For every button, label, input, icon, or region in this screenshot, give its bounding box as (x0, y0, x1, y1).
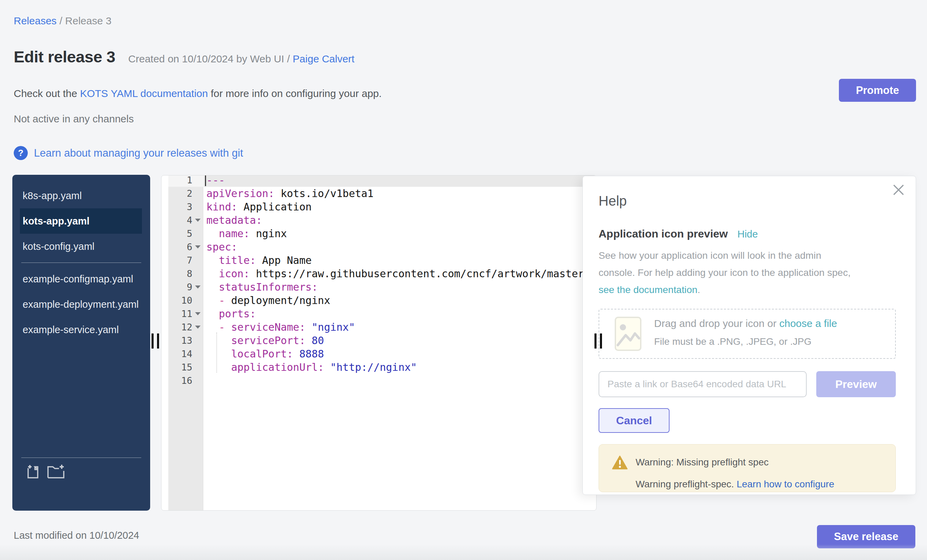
editor-gutter-rows: 12345678910111213141516 (168, 175, 203, 387)
gutter-line-11: 11 (168, 307, 203, 320)
code-line-13[interactable]: servicePort: 80 (204, 334, 596, 347)
gutter-line-12: 12 (168, 320, 203, 334)
icon-preview-section-header: Application icon preview Hide (599, 228, 758, 240)
code-line-10[interactable]: - deployment/nginx (204, 294, 596, 307)
preflight-warning-banner: Warning: Missing preflight spec Warning … (599, 444, 896, 492)
code-line-6[interactable]: spec: (204, 240, 596, 253)
code-line-15[interactable]: applicationUrl: "http://nginx" (204, 361, 596, 374)
file-item-example-service.yaml[interactable]: example-service.yaml (20, 317, 142, 342)
fold-arrow-icon[interactable] (195, 245, 201, 249)
code-line-16[interactable] (204, 374, 596, 387)
gutter-line-15: 15 (168, 361, 203, 374)
question-mark-icon: ? (14, 146, 28, 160)
preview-button[interactable]: Preview (816, 371, 896, 397)
learn-how-to-configure-link[interactable]: Learn how to configure (737, 479, 834, 489)
dropzone-text: Drag and drop your icon or choose a file (654, 318, 837, 329)
git-help-link[interactable]: Learn about managing your releases with … (34, 147, 243, 159)
choose-file-link[interactable]: choose a file (779, 318, 837, 329)
warning-triangle-icon (612, 455, 628, 471)
gutter-line-3: 3 (168, 200, 203, 214)
gutter-line-10: 10 (168, 294, 203, 307)
code-line-8[interactable]: icon: https://raw.githubusercontent.com/… (204, 267, 596, 280)
channel-status: Not active in any channels (14, 113, 134, 125)
file-list-divider (21, 263, 141, 263)
fold-arrow-icon[interactable] (195, 219, 201, 222)
last-modified-text: Last modified on 10/10/2024 (14, 530, 139, 541)
release-created-meta: Created on 10/10/2024 by Web UI / Paige … (128, 53, 354, 65)
gutter-line-6: 6 (168, 240, 203, 253)
close-icon[interactable] (891, 182, 906, 197)
git-help-row: ? Learn about managing your releases wit… (14, 146, 243, 160)
gutter-line-5: 5 (168, 227, 203, 240)
code-line-4[interactable]: metadata: (204, 214, 596, 227)
fold-arrow-icon[interactable] (195, 285, 201, 288)
editor-code[interactable]: ---apiVersion: kots.io/v1beta1kind: Appl… (204, 175, 596, 387)
breadcrumb-current: Release 3 (65, 15, 111, 26)
hide-link[interactable]: Hide (737, 229, 758, 240)
help-panel-title: Help (599, 193, 627, 209)
help-panel-resize-handle[interactable] (594, 334, 603, 349)
fold-arrow-icon[interactable] (195, 326, 201, 329)
gutter-line-1: 1 (168, 175, 203, 187)
icon-dropzone[interactable]: Drag and drop your icon or choose a file… (599, 309, 896, 359)
promote-button[interactable]: Promote (839, 79, 916, 102)
sidebar-resize-handle[interactable] (152, 334, 160, 349)
kots-yaml-docs-link[interactable]: KOTS YAML documentation (80, 88, 208, 99)
icon-url-input[interactable] (599, 371, 807, 397)
file-item-kots-app.yaml[interactable]: kots-app.yaml (20, 208, 142, 234)
indent-guide (216, 332, 217, 373)
image-placeholder-icon (614, 316, 642, 353)
add-folder-icon[interactable] (47, 463, 65, 479)
release-editor-screen: Releases / Release 3 Edit release 3 Crea… (0, 0, 927, 560)
icon-preview-title: Application icon preview (599, 228, 728, 240)
code-line-9[interactable]: statusInformers: (204, 280, 596, 294)
editor-caret (205, 176, 206, 186)
sidebar-footer (21, 458, 141, 479)
warning-detail: Warning preflight-spec. Learn how to con… (635, 479, 834, 490)
see-documentation-link[interactable]: see the documentation (599, 284, 697, 295)
file-item-example-deployment.yaml[interactable]: example-deployment.yaml (20, 291, 142, 317)
save-release-button[interactable]: Save release (817, 525, 915, 548)
breadcrumb-releases-link[interactable]: Releases (14, 15, 56, 26)
gutter-line-9: 9 (168, 280, 203, 294)
cancel-button[interactable]: Cancel (599, 408, 670, 433)
docs-hint-line: Check out the KOTS YAML documentation fo… (14, 88, 381, 99)
file-item-k8s-app.yaml[interactable]: k8s-app.yaml (20, 183, 142, 208)
file-item-example-configmap.yaml[interactable]: example-configmap.yaml (20, 266, 142, 291)
warning-title: Warning: Missing preflight spec (635, 457, 769, 468)
fold-arrow-icon[interactable] (195, 312, 201, 315)
file-sidebar: k8s-app.yamlkots-app.yamlkots-config.yam… (12, 175, 150, 511)
icon-preview-description: See how your application icon will look … (599, 247, 883, 298)
gutter-line-13: 13 (168, 334, 203, 347)
page-header: Edit release 3 Created on 10/10/2024 by … (14, 47, 354, 66)
add-file-icon[interactable] (25, 463, 41, 479)
code-line-12[interactable]: - serviceName: "nginx" (204, 320, 596, 334)
page-title: Edit release 3 (14, 47, 115, 66)
code-line-3[interactable]: kind: Application (204, 200, 596, 214)
breadcrumb-separator: / (59, 15, 65, 26)
gutter-line-2: 2 (168, 187, 203, 200)
gutter-line-16: 16 (168, 374, 203, 387)
code-line-14[interactable]: localPort: 8888 (204, 347, 596, 361)
file-list: k8s-app.yamlkots-app.yamlkots-config.yam… (12, 175, 150, 342)
breadcrumb: Releases / Release 3 (14, 15, 111, 27)
code-line-5[interactable]: name: nginx (204, 227, 596, 240)
code-line-1[interactable]: --- (204, 175, 596, 187)
file-item-kots-config.yaml[interactable]: kots-config.yaml (20, 234, 142, 259)
gutter-line-4: 4 (168, 214, 203, 227)
code-line-2[interactable]: apiVersion: kots.io/v1beta1 (204, 187, 596, 200)
gutter-line-14: 14 (168, 347, 203, 361)
gutter-line-7: 7 (168, 253, 203, 267)
yaml-editor[interactable]: 12345678910111213141516 ---apiVersion: k… (161, 175, 597, 511)
help-panel: Help Application icon preview Hide See h… (582, 176, 916, 495)
gutter-line-8: 8 (168, 267, 203, 280)
author-link[interactable]: Paige Calvert (293, 53, 354, 64)
code-line-11[interactable]: ports: (204, 307, 596, 320)
code-line-7[interactable]: title: App Name (204, 253, 596, 267)
dropzone-filetypes: File must be a .PNG, .JPEG, or .JPG (654, 336, 812, 347)
